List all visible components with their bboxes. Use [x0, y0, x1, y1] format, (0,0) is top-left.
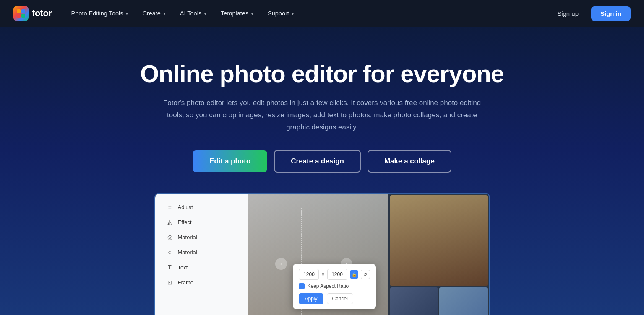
tool-effect[interactable]: ◭ Effect [162, 215, 241, 229]
navigation: fotor Photo Editing Tools ▼ Create ▼ AI … [0, 0, 644, 27]
editor-sidebar: ≡ Adjust ◭ Effect ◎ Material ○ Material … [155, 194, 248, 315]
resize-height-input[interactable] [327, 269, 347, 280]
collage-panel [388, 194, 489, 315]
crop-hline-1 [269, 248, 367, 248]
editor-main: ‹ › × 🔒 ↺ Keep Aspect Ratio [248, 194, 388, 315]
tool-material-2[interactable]: ○ Material [162, 245, 241, 259]
collage-bottom-row [390, 287, 488, 315]
signup-button[interactable]: Sign up [550, 7, 586, 21]
svg-rect-2 [17, 14, 21, 18]
lock-aspect-icon[interactable]: 🔒 [350, 270, 358, 279]
nav-support[interactable]: Support ▼ [262, 7, 301, 20]
keep-aspect-label: Keep Aspect Ratio [307, 283, 349, 289]
collage-image-top [390, 195, 488, 286]
collage-image-bottom-left [390, 287, 438, 315]
chevron-down-icon: ▼ [203, 11, 207, 16]
resize-popup: × 🔒 ↺ Keep Aspect Ratio Apply Cancel [293, 264, 375, 309]
resize-dimensions-row: × 🔒 ↺ [299, 269, 370, 280]
tool-material-1[interactable]: ◎ Material [162, 230, 241, 244]
preview-inner: ≡ Adjust ◭ Effect ◎ Material ○ Material … [155, 194, 489, 315]
chevron-down-icon: ▼ [125, 11, 129, 16]
collage-flower-overlay [390, 195, 488, 286]
refresh-icon[interactable]: ↺ [361, 270, 370, 279]
nav-items: Photo Editing Tools ▼ Create ▼ AI Tools … [65, 7, 547, 20]
make-collage-button[interactable]: Make a collage [368, 150, 451, 173]
collage-image-bottom-right [439, 287, 488, 315]
hero-section: Online photo editor for everyone Fotor's… [0, 27, 644, 315]
chevron-down-icon: ▼ [291, 11, 295, 16]
keep-aspect-row: Keep Aspect Ratio [299, 283, 370, 289]
keep-aspect-checkbox[interactable] [299, 283, 305, 289]
resize-actions: Apply Cancel [299, 293, 370, 304]
frame-icon: ⊡ [166, 279, 174, 286]
material-icon-1: ◎ [166, 234, 174, 240]
apply-button[interactable]: Apply [299, 293, 323, 304]
create-design-button[interactable]: Create a design [274, 150, 361, 173]
tool-adjust[interactable]: ≡ Adjust [162, 200, 241, 214]
nav-ai-tools[interactable]: AI Tools ▼ [174, 7, 213, 20]
material-icon-2: ○ [166, 249, 174, 256]
hero-subtitle: Fotor's photo editor lets you edit photo… [159, 97, 486, 134]
svg-rect-1 [21, 9, 25, 13]
cancel-resize-button[interactable]: Cancel [327, 293, 353, 304]
tool-frame[interactable]: ⊡ Frame [162, 276, 241, 289]
hero-title: Online photo editor for everyone [8, 60, 636, 87]
signin-button[interactable]: Sign in [591, 6, 631, 21]
resize-width-input[interactable] [299, 269, 319, 280]
svg-rect-3 [21, 14, 25, 18]
svg-rect-0 [17, 9, 21, 13]
adjust-icon: ≡ [166, 204, 174, 210]
logo-text: fotor [32, 8, 52, 19]
chevron-down-icon: ▼ [162, 11, 167, 16]
editor-preview: ≡ Adjust ◭ Effect ◎ Material ○ Material … [154, 193, 490, 315]
hero-buttons: Edit a photo Create a design Make a coll… [8, 150, 636, 173]
scroll-right-arrow[interactable]: › [275, 258, 287, 270]
chevron-down-icon: ▼ [250, 11, 254, 16]
nav-create[interactable]: Create ▼ [136, 7, 172, 20]
nav-templates[interactable]: Templates ▼ [215, 7, 260, 20]
edit-photo-button[interactable]: Edit a photo [193, 150, 267, 172]
logo[interactable]: fotor [13, 6, 52, 21]
logo-icon [13, 6, 29, 21]
resize-separator: × [321, 271, 324, 277]
nav-actions: Sign up Sign in [550, 6, 631, 21]
text-icon: T [166, 264, 174, 271]
tool-text[interactable]: T Text [162, 261, 241, 274]
effect-icon: ◭ [166, 219, 174, 225]
nav-photo-editing-tools[interactable]: Photo Editing Tools ▼ [65, 7, 135, 20]
